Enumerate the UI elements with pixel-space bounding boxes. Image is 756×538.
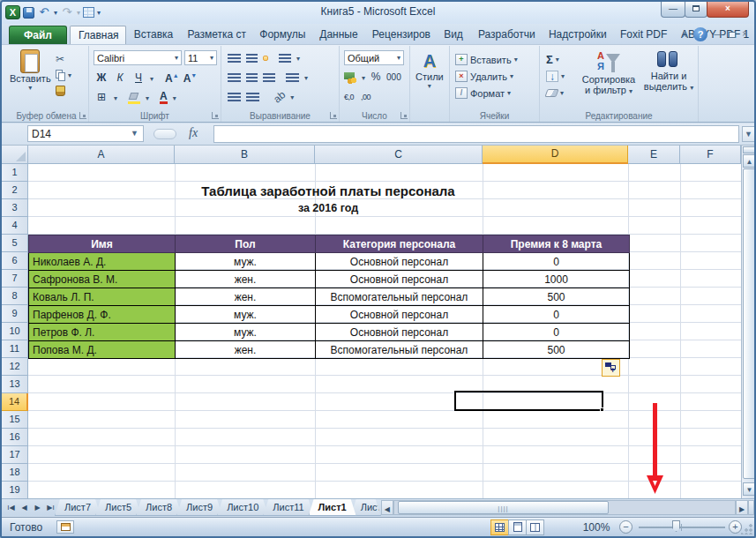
font-dialog-launcher-icon[interactable] [212, 112, 219, 119]
sheet-tab-list8[interactable]: Лист8 [136, 499, 182, 516]
name-box-dropdown-icon[interactable]: ▼ [131, 129, 138, 138]
col-header-b[interactable]: B [175, 146, 315, 164]
cell-bonus[interactable]: 500 [483, 288, 630, 306]
scroll-up-icon[interactable]: ▲ [743, 154, 756, 168]
cell-name[interactable]: Николаев А. Д. [29, 253, 176, 271]
row-header-8[interactable]: 8 [2, 288, 28, 305]
expand-formula-bar-icon[interactable]: ▼ [742, 126, 755, 142]
number-format-select[interactable]: Общий▾ [344, 50, 404, 65]
cell-category[interactable]: Основной персонал [316, 306, 483, 324]
cell-bonus[interactable]: 0 [483, 324, 630, 341]
row-header-18[interactable]: 18 [2, 464, 28, 482]
collapse-ribbon-icon[interactable]: ∧ [682, 30, 688, 39]
currency-icon[interactable] [344, 72, 358, 84]
tab-insert[interactable]: Вставка [126, 26, 180, 44]
underline-button[interactable]: Ч [131, 71, 146, 86]
cell-category[interactable]: Основной персонал [316, 253, 483, 271]
font-name-select[interactable]: Calibri▾ [94, 50, 182, 65]
decrease-indent-icon[interactable] [228, 93, 241, 101]
header-name[interactable]: Имя [29, 235, 176, 253]
selected-cell-d14[interactable] [454, 391, 603, 411]
col-header-c[interactable]: C [315, 146, 483, 164]
tab-split-handle[interactable] [748, 500, 754, 515]
zoom-slider-thumb[interactable] [672, 520, 680, 532]
qat-customize-icon[interactable]: ▾ [97, 9, 101, 17]
cell-gender[interactable]: муж. [176, 306, 316, 324]
row-header-15[interactable]: 15 [2, 411, 28, 429]
sheet-tab-list7[interactable]: Лист7 [55, 499, 101, 516]
row-header-9[interactable]: 9 [2, 305, 28, 323]
underline-dropdown-icon[interactable]: ▾ [150, 75, 153, 83]
row-header-13[interactable]: 13 [2, 376, 28, 393]
cell-category[interactable]: Основной персонал [316, 324, 483, 341]
cell-category[interactable]: Основной персонал [316, 271, 483, 288]
cell-gender[interactable]: жен. [176, 288, 316, 306]
zoom-slider-track[interactable] [639, 527, 725, 528]
styles-button[interactable]: А Стили ▾ [415, 51, 444, 90]
macro-record-button[interactable] [56, 520, 74, 534]
row-header-2[interactable]: 2 [2, 182, 28, 199]
align-middle-icon[interactable] [246, 54, 258, 63]
doc-close-icon[interactable]: × [742, 28, 747, 41]
prev-sheet-icon[interactable]: ◀ [19, 502, 30, 513]
zoom-level[interactable]: 100% [580, 521, 612, 534]
borders-dropdown-icon[interactable]: ▾ [114, 94, 117, 102]
tab-file[interactable]: Файл [9, 26, 67, 44]
decrease-decimal-icon[interactable]: ,00 [361, 93, 371, 101]
last-sheet-icon[interactable]: ▶I [45, 502, 56, 513]
row-header-14[interactable]: 14 [2, 393, 28, 411]
align-center-icon[interactable] [246, 73, 258, 82]
sheet-tab-list9[interactable]: Лист9 [176, 499, 222, 516]
tab-addins[interactable]: Надстройки [541, 26, 612, 44]
cell-bonus[interactable]: 0 [483, 306, 630, 324]
save-icon[interactable] [23, 7, 34, 19]
align-bottom-icon[interactable] [263, 56, 268, 61]
increase-indent-icon[interactable] [246, 93, 259, 101]
cell-bonus[interactable]: 500 [483, 341, 630, 359]
insert-cells-button[interactable]: +Вставить▾ [455, 51, 518, 68]
excel-logo-icon[interactable]: X [5, 5, 20, 19]
select-all-corner[interactable] [2, 146, 28, 164]
clipboard-dialog-launcher-icon[interactable] [79, 112, 86, 119]
align-left-icon[interactable] [228, 73, 241, 82]
tab-view[interactable]: Вид [436, 26, 470, 44]
tab-home[interactable]: Главная [70, 26, 126, 44]
row-header-17[interactable]: 17 [2, 446, 28, 464]
cell-name[interactable]: Парфенов Д. Ф. [29, 306, 176, 324]
row-header-4[interactable]: 4 [2, 217, 28, 235]
header-gender[interactable]: Пол [176, 235, 316, 253]
tab-foxit-pdf[interactable]: Foxit PDF [612, 26, 673, 44]
row-header-1[interactable]: 1 [2, 164, 28, 182]
doc-restore-icon[interactable] [729, 32, 736, 38]
format-cells-button[interactable]: /Формат▾ [455, 85, 518, 101]
row-header-10[interactable]: 10 [2, 323, 28, 340]
italic-button[interactable]: К [113, 71, 127, 86]
row-header-5[interactable]: 5 [2, 235, 28, 252]
font-color-button[interactable]: А [160, 92, 168, 104]
align-top-icon[interactable] [228, 54, 241, 63]
split-handle[interactable] [743, 146, 756, 153]
tab-developer[interactable]: Разработчи [470, 26, 541, 44]
table-view-icon[interactable] [83, 7, 94, 18]
orientation-icon[interactable]: ab [271, 88, 288, 105]
page-layout-view-button[interactable] [508, 519, 527, 535]
wrap-text-icon[interactable] [279, 54, 291, 63]
header-bonus[interactable]: Премия к 8 марта [483, 235, 630, 253]
cell-gender[interactable]: жен. [176, 271, 316, 288]
close-button[interactable]: × [707, 2, 749, 18]
sheet-tab-list11[interactable]: Лист11 [263, 499, 313, 516]
autofill-options-button[interactable]: + [602, 359, 620, 377]
horizontal-scroll-thumb[interactable]: |||| [398, 501, 610, 514]
restore-button[interactable] [685, 2, 707, 18]
cell-name[interactable]: Петров Ф. Л. [29, 324, 176, 341]
font-size-select[interactable]: 11▾ [184, 50, 217, 65]
cell-bonus[interactable]: 1000 [483, 271, 630, 288]
fill-button[interactable]: ↓▾ [546, 68, 565, 85]
cell-gender[interactable]: жен. [176, 341, 316, 359]
align-right-icon[interactable] [263, 73, 275, 82]
percent-button[interactable]: % [369, 71, 383, 85]
zoom-out-icon[interactable]: − [619, 520, 632, 534]
tab-formulas[interactable]: Формулы [251, 26, 311, 44]
fill-color-icon[interactable] [128, 93, 140, 104]
hscroll-right-icon[interactable]: ▶ [736, 500, 748, 515]
